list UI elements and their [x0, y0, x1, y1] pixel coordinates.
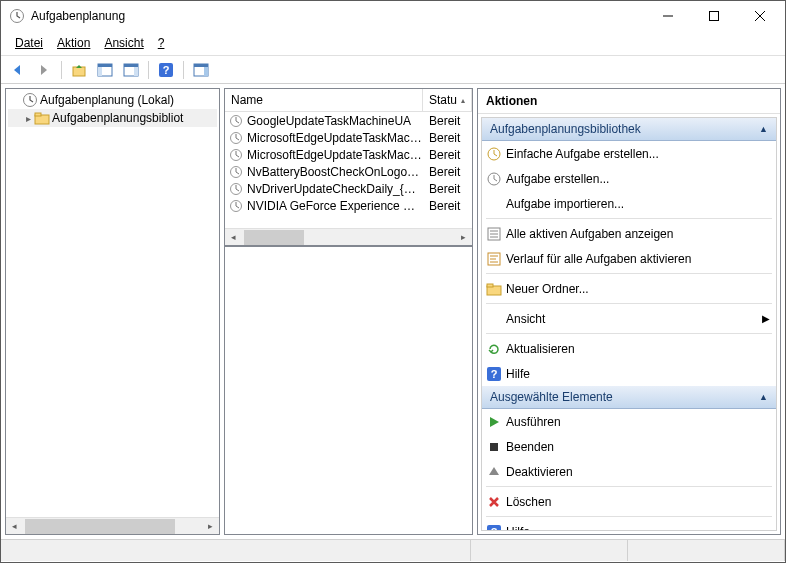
- separator: [486, 516, 772, 517]
- scroll-left-icon[interactable]: ◂: [225, 229, 242, 246]
- collapse-icon[interactable]: ▲: [759, 392, 768, 402]
- task-row[interactable]: MicrosoftEdgeUpdateTaskMachine...Bereit: [225, 146, 472, 163]
- toolbar-sep: [183, 61, 184, 79]
- scroll-thumb[interactable]: [244, 230, 304, 245]
- sort-asc-icon: ▴: [461, 96, 465, 105]
- back-button[interactable]: [7, 59, 29, 81]
- minimize-button[interactable]: [645, 1, 691, 31]
- svg-rect-13: [204, 67, 208, 76]
- window-title: Aufgabenplanung: [31, 9, 645, 23]
- folder-icon: [34, 110, 50, 126]
- action-refresh[interactable]: Aktualisieren: [482, 336, 776, 361]
- scroll-right-icon[interactable]: ▸: [455, 229, 472, 246]
- task-row[interactable]: MicrosoftEdgeUpdateTaskMachine...Bereit: [225, 129, 472, 146]
- task-status: Bereit: [423, 182, 472, 196]
- app-icon: [9, 8, 25, 24]
- tree-hscroll[interactable]: ◂ ▸: [6, 517, 219, 534]
- submenu-arrow-icon: ▶: [762, 313, 770, 324]
- action-help2[interactable]: ? Hilfe: [482, 519, 776, 531]
- forward-button[interactable]: [33, 59, 55, 81]
- pane3-button[interactable]: [190, 59, 212, 81]
- svg-rect-4: [98, 64, 112, 67]
- action-import[interactable]: Aufgabe importieren...: [482, 191, 776, 216]
- action-delete[interactable]: Löschen: [482, 489, 776, 514]
- task-icon: [486, 171, 502, 187]
- task-status: Bereit: [423, 131, 472, 145]
- task-status: Bereit: [423, 199, 472, 213]
- detail-pane: [224, 246, 473, 535]
- tree-library-label: Aufgabenplanungsbibliot: [52, 111, 183, 125]
- scroll-right-icon[interactable]: ▸: [202, 518, 219, 535]
- action-help[interactable]: ? Hilfe: [482, 361, 776, 386]
- middle-pane: Name Statu▴ GoogleUpdateTaskMachineUABer…: [224, 88, 473, 535]
- task-row[interactable]: NvBatteryBoostCheckOnLogon_{B...Bereit: [225, 163, 472, 180]
- scroll-thumb[interactable]: [25, 519, 175, 534]
- list-hscroll[interactable]: ◂ ▸: [225, 228, 472, 245]
- status-cell: [628, 540, 785, 561]
- menu-view[interactable]: Ansicht: [98, 33, 149, 53]
- list-icon: [486, 226, 502, 242]
- tree-root[interactable]: Aufgabenplanung (Lokal): [8, 91, 217, 109]
- task-status: Bereit: [423, 148, 472, 162]
- task-row[interactable]: NvDriverUpdateCheckDaily_{B2FE1...Bereit: [225, 180, 472, 197]
- titlebar: Aufgabenplanung: [1, 1, 785, 31]
- status-cell: [471, 540, 628, 561]
- pane2-button[interactable]: [120, 59, 142, 81]
- action-create-basic[interactable]: Einfache Aufgabe erstellen...: [482, 141, 776, 166]
- disable-icon: [486, 464, 502, 480]
- maximize-button[interactable]: [691, 1, 737, 31]
- toolbar-sep: [148, 61, 149, 79]
- task-status: Bereit: [423, 114, 472, 128]
- statusbar: [1, 539, 785, 561]
- tree-library[interactable]: ▸ Aufgabenplanungsbibliot: [8, 109, 217, 127]
- svg-rect-1: [710, 12, 719, 21]
- separator: [486, 333, 772, 334]
- help-button[interactable]: ?: [155, 59, 177, 81]
- task-name: MicrosoftEdgeUpdateTaskMachine...: [247, 131, 423, 145]
- status-cell: [1, 540, 471, 561]
- collapse-icon[interactable]: ▲: [759, 124, 768, 134]
- svg-rect-7: [124, 64, 138, 67]
- task-status: Bereit: [423, 165, 472, 179]
- action-enable-history[interactable]: Verlauf für alle Aufgaben aktivieren: [482, 246, 776, 271]
- up-button[interactable]: [68, 59, 90, 81]
- separator: [486, 486, 772, 487]
- chevron-right-icon[interactable]: ▸: [22, 113, 34, 124]
- help-icon: ?: [486, 524, 502, 532]
- svg-rect-16: [35, 113, 41, 116]
- action-new-folder[interactable]: Neuer Ordner...: [482, 276, 776, 301]
- help-icon: ?: [486, 366, 502, 382]
- svg-text:?: ?: [163, 64, 170, 76]
- action-create[interactable]: Aufgabe erstellen...: [482, 166, 776, 191]
- col-name[interactable]: Name: [225, 89, 423, 111]
- pane1-button[interactable]: [94, 59, 116, 81]
- task-row[interactable]: GoogleUpdateTaskMachineUABereit: [225, 112, 472, 129]
- menu-action[interactable]: Aktion: [51, 33, 96, 53]
- task-name: MicrosoftEdgeUpdateTaskMachine...: [247, 148, 423, 162]
- close-button[interactable]: [737, 1, 783, 31]
- tree-pane: Aufgabenplanung (Lokal) ▸ Aufgabenplanun…: [5, 88, 220, 535]
- menu-file[interactable]: Datei: [9, 33, 49, 53]
- clock-icon: [229, 148, 243, 162]
- menu-help[interactable]: ?: [152, 33, 171, 53]
- actions-section-selected[interactable]: Ausgewählte Elemente▲: [482, 386, 776, 409]
- blank-icon: [486, 196, 502, 212]
- toolbar: ?: [1, 56, 785, 84]
- svg-text:?: ?: [491, 526, 498, 532]
- toolbar-sep: [61, 61, 62, 79]
- action-view[interactable]: Ansicht ▶: [482, 306, 776, 331]
- scheduler-icon: [22, 92, 38, 108]
- action-end[interactable]: Beenden: [482, 434, 776, 459]
- blank-icon: [486, 311, 502, 327]
- action-show-active[interactable]: Alle aktiven Aufgaben anzeigen: [482, 221, 776, 246]
- separator: [486, 273, 772, 274]
- action-run[interactable]: Ausführen: [482, 409, 776, 434]
- actions-section-library[interactable]: Aufgabenplanungsbibliothek▲: [482, 118, 776, 141]
- col-status[interactable]: Statu▴: [423, 89, 472, 111]
- actions-pane: Aktionen Aufgabenplanungsbibliothek▲ Ein…: [477, 88, 781, 535]
- task-row[interactable]: NVIDIA GeForce Experience SelfUp...Berei…: [225, 197, 472, 214]
- scroll-left-icon[interactable]: ◂: [6, 518, 23, 535]
- action-disable[interactable]: Deaktivieren: [482, 459, 776, 484]
- menubar: Datei Aktion Ansicht ?: [1, 31, 785, 56]
- task-basic-icon: [486, 146, 502, 162]
